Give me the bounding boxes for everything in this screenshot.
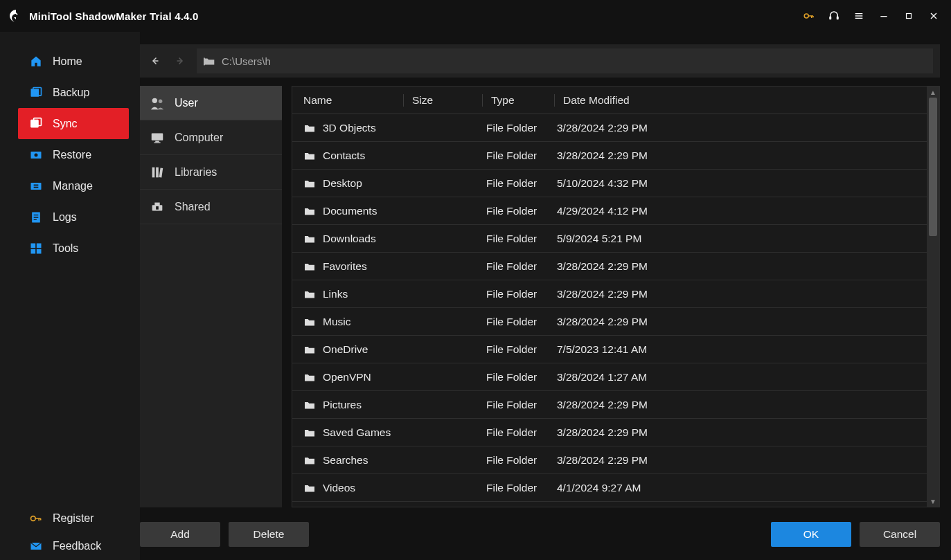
file-date: 3/28/2024 1:27 AM <box>554 371 927 383</box>
table-row[interactable]: OpenVPNFile Folder3/28/2024 1:27 AM <box>292 363 927 391</box>
file-date: 3/28/2024 2:29 PM <box>554 150 927 162</box>
path-text: C:\Users\h <box>222 55 271 67</box>
folder-icon <box>303 289 316 299</box>
col-header-name[interactable]: Name <box>292 94 403 107</box>
file-type: File Folder <box>485 399 554 411</box>
file-name: Pictures <box>323 399 362 411</box>
title-bar: MiniTool ShadowMaker Trial 4.4.0 <box>0 0 951 32</box>
sidebar-item-restore[interactable]: Restore <box>18 139 129 170</box>
delete-button[interactable]: Delete <box>229 522 309 547</box>
window-minimize-button[interactable] <box>873 6 894 26</box>
folder-icon <box>303 455 316 465</box>
folder-icon <box>303 206 316 216</box>
scroll-up-icon[interactable]: ▲ <box>927 87 939 98</box>
sidebar: HomeBackupSyncRestoreManageLogsTools Reg… <box>0 32 140 560</box>
sidebar-item-label: Manage <box>53 180 93 192</box>
sidebar-item-register[interactable]: Register <box>18 505 129 532</box>
col-header-date[interactable]: Date Modified <box>554 94 657 107</box>
location-list: UserComputerLibrariesShared <box>140 86 282 507</box>
titlebar-menu-icon[interactable] <box>848 6 869 26</box>
location-item-user[interactable]: User <box>140 86 282 120</box>
main-panel: C:\Users\h UserComputerLibrariesShared N… <box>140 32 951 560</box>
table-row[interactable]: ContactsFile Folder3/28/2024 2:29 PM <box>292 142 927 170</box>
sidebar-item-sync[interactable]: Sync <box>18 108 129 139</box>
table-row[interactable]: VideosFile Folder4/1/2024 9:27 AM <box>292 474 927 502</box>
table-row[interactable]: LinksFile Folder3/28/2024 2:29 PM <box>292 280 927 308</box>
file-type: File Folder <box>485 233 554 245</box>
file-type: File Folder <box>485 150 554 162</box>
file-date: 5/10/2024 4:32 PM <box>554 177 927 190</box>
table-row[interactable]: DocumentsFile Folder4/29/2024 4:12 PM <box>292 197 927 225</box>
file-type: File Folder <box>485 122 554 134</box>
window-close-button[interactable] <box>923 6 944 26</box>
file-date: 3/28/2024 2:29 PM <box>554 399 927 411</box>
folder-icon <box>303 123 316 133</box>
file-name: Searches <box>323 454 368 467</box>
table-row[interactable]: PicturesFile Folder3/28/2024 2:29 PM <box>292 391 927 419</box>
folder-icon <box>303 400 316 410</box>
location-item-label: Computer <box>175 132 223 144</box>
file-type: File Folder <box>485 288 554 300</box>
sidebar-item-manage[interactable]: Manage <box>18 170 129 201</box>
file-date: 3/28/2024 2:29 PM <box>554 260 927 273</box>
file-type: File Folder <box>485 260 554 273</box>
file-name: OpenVPN <box>323 371 371 383</box>
file-date: 3/28/2024 2:29 PM <box>554 454 927 467</box>
location-item-computer[interactable]: Computer <box>140 120 282 155</box>
file-date: 4/1/2024 9:27 AM <box>554 482 927 494</box>
sidebar-item-backup[interactable]: Backup <box>18 77 129 108</box>
sidebar-item-label: Feedback <box>53 540 101 552</box>
vertical-scrollbar[interactable]: ▲ ▼ <box>927 87 939 507</box>
sidebar-item-label: Sync <box>53 118 78 130</box>
file-name: 3D Objects <box>323 122 376 134</box>
location-item-libraries[interactable]: Libraries <box>140 155 282 190</box>
sidebar-item-label: Restore <box>53 149 91 161</box>
folder-icon <box>303 151 316 161</box>
tools-icon <box>29 242 43 255</box>
scroll-thumb[interactable] <box>929 98 937 236</box>
path-input[interactable]: C:\Users\h <box>197 48 933 73</box>
col-header-type[interactable]: Type <box>482 94 554 107</box>
folder-icon <box>303 317 316 327</box>
path-toolbar: C:\Users\h <box>140 44 940 78</box>
location-item-shared[interactable]: Shared <box>140 190 282 224</box>
location-item-label: User <box>175 97 198 109</box>
file-date: 7/5/2023 12:41 AM <box>554 343 927 356</box>
file-type: File Folder <box>485 177 554 190</box>
nav-back-button[interactable] <box>143 48 168 73</box>
ok-button[interactable]: OK <box>771 522 851 547</box>
table-row[interactable]: FavoritesFile Folder3/28/2024 2:29 PM <box>292 253 927 280</box>
table-row[interactable]: DesktopFile Folder5/10/2024 4:32 PM <box>292 170 927 197</box>
col-header-size[interactable]: Size <box>403 94 482 107</box>
table-row[interactable]: Saved GamesFile Folder3/28/2024 2:29 PM <box>292 419 927 446</box>
file-date: 3/28/2024 2:29 PM <box>554 288 927 300</box>
sync-icon <box>29 117 43 131</box>
scroll-down-icon[interactable]: ▼ <box>927 496 939 507</box>
sidebar-item-logs[interactable]: Logs <box>18 201 129 233</box>
table-row[interactable]: 3D ObjectsFile Folder3/28/2024 2:29 PM <box>292 114 927 142</box>
titlebar-key-icon[interactable] <box>799 6 819 26</box>
cancel-button[interactable]: Cancel <box>860 522 940 547</box>
libraries-icon <box>150 166 165 179</box>
file-type: File Folder <box>485 454 554 467</box>
window-maximize-button[interactable] <box>898 6 919 26</box>
add-button[interactable]: Add <box>140 522 220 547</box>
titlebar-support-icon[interactable] <box>824 6 844 26</box>
file-name: OneDrive <box>323 343 368 356</box>
table-row[interactable]: SearchesFile Folder3/28/2024 2:29 PM <box>292 446 927 474</box>
file-name: Links <box>323 288 348 300</box>
nav-forward-button[interactable] <box>168 48 193 73</box>
sidebar-item-label: Backup <box>53 87 89 99</box>
location-item-label: Shared <box>175 201 211 213</box>
path-folder-icon <box>204 56 216 66</box>
sidebar-item-tools[interactable]: Tools <box>18 233 129 264</box>
file-date: 4/29/2024 4:12 PM <box>554 205 927 217</box>
sidebar-item-feedback[interactable]: Feedback <box>18 532 129 560</box>
user-icon <box>150 97 165 109</box>
table-row[interactable]: OneDriveFile Folder7/5/2023 12:41 AM <box>292 336 927 363</box>
sidebar-item-home[interactable]: Home <box>18 46 129 77</box>
file-table: Name Size Type Date Modified 3D ObjectsF… <box>292 86 940 507</box>
table-row[interactable]: MusicFile Folder3/28/2024 2:29 PM <box>292 308 927 336</box>
table-row[interactable]: DownloadsFile Folder5/9/2024 5:21 PM <box>292 225 927 253</box>
file-name: Music <box>323 316 350 328</box>
